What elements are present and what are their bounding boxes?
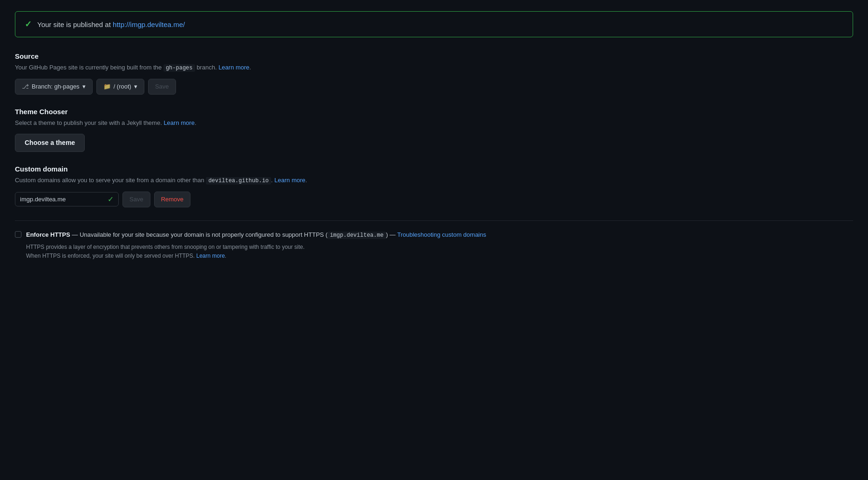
branch-icon: ⎇ <box>22 82 29 91</box>
chevron-down-icon: ▾ <box>82 82 86 91</box>
folder-label: / (root) <box>114 82 131 91</box>
folder-icon: 📁 <box>103 82 111 91</box>
branch-dropdown-button[interactable]: ⎇ Branch: gh-pages ▾ <box>15 79 93 95</box>
source-learn-more-link[interactable]: Learn more <box>218 64 249 71</box>
section-divider <box>15 220 853 221</box>
theme-chooser-title: Theme Chooser <box>15 108 853 116</box>
custom-domain-title: Custom domain <box>15 165 853 173</box>
source-save-button[interactable]: Save <box>148 79 176 95</box>
theme-learn-more-link[interactable]: Learn more <box>163 119 194 126</box>
custom-domain-controls: ✓ Save Remove <box>15 192 853 207</box>
branch-label: Branch: gh-pages <box>32 82 80 91</box>
theme-chooser-description: Select a theme to publish your site with… <box>15 118 853 128</box>
custom-domain-learn-more-link[interactable]: Learn more <box>274 177 305 184</box>
enforce-https-section: Enforce HTTPS — Unavailable for your sit… <box>15 230 853 261</box>
https-content: Enforce HTTPS — Unavailable for your sit… <box>26 230 853 261</box>
https-description: HTTPS provides a layer of encryption tha… <box>26 243 853 261</box>
success-banner: ✓ Your site is published at http://imgp.… <box>15 11 853 37</box>
choose-theme-button[interactable]: Choose a theme <box>15 134 85 152</box>
https-domain-code: imgp.deviltea.me <box>327 232 386 239</box>
custom-domain-description: Custom domains allow you to serve your s… <box>15 176 853 185</box>
custom-domain-save-button[interactable]: Save <box>122 192 150 207</box>
https-label: Enforce HTTPS <box>26 231 70 238</box>
theme-chooser-section: Theme Chooser Select a theme to publish … <box>15 108 853 152</box>
remove-domain-button[interactable]: Remove <box>154 192 190 207</box>
source-title: Source <box>15 52 853 60</box>
site-url-link[interactable]: http://imgp.deviltea.me/ <box>113 21 185 28</box>
source-controls: ⎇ Branch: gh-pages ▾ 📁 / (root) ▾ Save <box>15 79 853 95</box>
enforce-https-checkbox[interactable] <box>15 231 21 238</box>
chevron-down-icon-2: ▾ <box>134 82 137 91</box>
domain-check-icon: ✓ <box>108 195 114 204</box>
source-description: Your GitHub Pages site is currently bein… <box>15 63 853 72</box>
https-learn-more-link[interactable]: Learn more <box>196 253 224 259</box>
https-main-text: Enforce HTTPS — Unavailable for your sit… <box>26 230 853 240</box>
branch-code: gh-pages <box>163 64 195 72</box>
check-icon: ✓ <box>25 19 32 29</box>
domain-input-wrapper: ✓ <box>15 192 119 206</box>
troubleshooting-link[interactable]: Troubleshooting custom domains <box>397 231 486 238</box>
custom-domain-section: Custom domain Custom domains allow you t… <box>15 165 853 207</box>
success-message: Your site is published at http://imgp.de… <box>37 21 185 28</box>
source-section: Source Your GitHub Pages site is current… <box>15 52 853 95</box>
github-domain-code: deviltea.github.io <box>206 177 271 185</box>
folder-dropdown-button[interactable]: 📁 / (root) ▾ <box>96 79 144 95</box>
domain-input[interactable] <box>20 196 104 203</box>
